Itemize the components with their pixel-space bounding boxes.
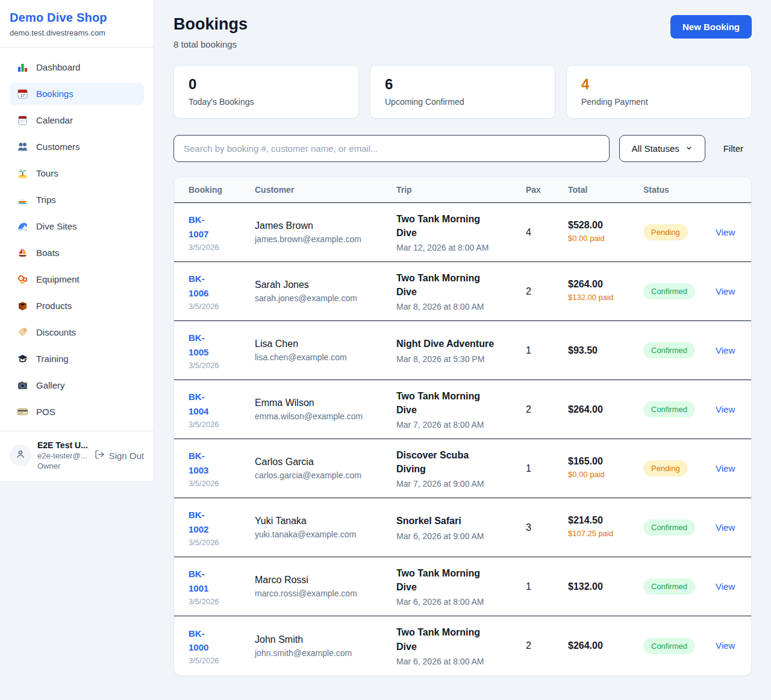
customer-name: Sarah Jones: [255, 280, 396, 290]
booking-date: 3/5/2026: [189, 302, 255, 311]
stat-value: 4: [581, 76, 737, 93]
search-input[interactable]: [173, 135, 610, 162]
view-link[interactable]: View: [716, 640, 735, 651]
view-link[interactable]: View: [716, 463, 735, 473]
view-link[interactable]: View: [716, 522, 735, 533]
status-filter-select[interactable]: All Statuses: [619, 135, 705, 162]
sidebar-item-equipment[interactable]: Equipment: [10, 268, 144, 290]
shop-name: Demo Dive Shop: [10, 11, 144, 25]
trip-datetime: Mar 6, 2026 at 8:00 AM: [396, 597, 526, 607]
view-link[interactable]: View: [716, 345, 735, 355]
sidebar-item-label: Customers: [36, 142, 80, 152]
customer-email: lisa.chen@example.com: [255, 352, 396, 362]
sidebar-item-pos[interactable]: POS: [10, 401, 144, 423]
training-icon: [17, 353, 28, 364]
view-link[interactable]: View: [716, 581, 735, 592]
pax-value: 2: [526, 404, 568, 415]
stat-card: 4Pending Payment: [566, 65, 752, 119]
total-amount: $214.50: [568, 515, 643, 526]
sidebar-item-label: Trips: [36, 195, 56, 205]
trip-name: Discover Scuba Diving: [396, 448, 499, 476]
sidebar-item-dive-sites[interactable]: Dive Sites: [10, 215, 144, 237]
customers-icon: [17, 141, 28, 152]
view-link[interactable]: View: [716, 286, 735, 296]
products-icon: [17, 300, 28, 311]
booking-link[interactable]: BK-1001: [189, 567, 223, 595]
total-amount: $528.00: [568, 220, 643, 231]
user-meta: E2E Test U... e2e-tester@... Owner: [37, 440, 89, 470]
booking-link[interactable]: BK-1000: [189, 627, 223, 655]
trip-name: Two Tank Morning Dive: [396, 271, 499, 299]
table-row: BK-1005 3/5/2026 Lisa Chen lisa.chen@exa…: [174, 321, 751, 380]
sidebar-item-training[interactable]: Training: [10, 348, 144, 370]
booking-date: 3/5/2026: [189, 243, 255, 252]
sidebar-item-customers[interactable]: Customers: [10, 136, 144, 158]
bookings-table: Booking Customer Trip Pax Total Status B…: [173, 177, 752, 676]
pos-icon: [17, 406, 28, 417]
customer-name: Yuki Tanaka: [255, 516, 396, 527]
stat-label: Pending Payment: [581, 97, 737, 107]
filter-controls: All Statuses Filter: [173, 135, 752, 162]
stat-card: 6Upcoming Confirmed: [370, 65, 555, 119]
sidebar-item-calendar[interactable]: Calendar: [10, 109, 144, 131]
booking-link[interactable]: BK-1006: [189, 272, 223, 300]
sidebar-item-gallery[interactable]: Gallery: [10, 374, 144, 396]
stats-row: 0Today's Bookings6Upcoming Confirmed4Pen…: [173, 65, 752, 119]
booking-date: 3/5/2026: [189, 538, 255, 547]
pax-value: 1: [526, 581, 568, 592]
booking-link[interactable]: BK-1007: [189, 213, 223, 241]
customer-email: sarah.jones@example.com: [255, 293, 396, 303]
customer-name: James Brown: [255, 220, 396, 231]
user-email: e2e-tester@...: [37, 451, 89, 460]
status-badge: Confirmed: [643, 283, 695, 299]
gallery-icon: [17, 380, 28, 391]
booking-link[interactable]: BK-1004: [189, 390, 223, 418]
user-name: E2E Test U...: [37, 440, 89, 450]
view-link[interactable]: View: [716, 227, 735, 237]
sidebar-item-label: Boats: [36, 248, 59, 258]
tours-icon: [17, 167, 28, 179]
customer-email: carlos.garcia@example.com: [255, 470, 396, 480]
sidebar-item-boats[interactable]: Boats: [10, 242, 144, 264]
sidebar-item-bookings[interactable]: 17Bookings: [10, 83, 144, 105]
view-link[interactable]: View: [716, 404, 735, 414]
booking-link[interactable]: BK-1005: [189, 331, 223, 359]
booking-link[interactable]: BK-1003: [189, 449, 223, 477]
app-shell: Demo Dive Shop demo.test.divestreams.com…: [0, 0, 771, 700]
sidebar-item-trips[interactable]: Trips: [10, 189, 144, 211]
sidebar-item-tours[interactable]: Tours: [10, 162, 144, 184]
customer-name: Marco Rossi: [255, 575, 396, 586]
booking-date: 3/5/2026: [189, 479, 255, 488]
booking-link[interactable]: BK-1002: [189, 508, 223, 536]
sidebar-item-dashboard[interactable]: Dashboard: [10, 56, 144, 78]
trip-name: Night Dive Adventure: [396, 337, 499, 351]
sidebar-item-label: Equipment: [36, 274, 80, 284]
column-header-trip: Trip: [396, 185, 526, 195]
column-header-booking: Booking: [189, 185, 255, 195]
sidebar-item-discounts[interactable]: Discounts: [10, 321, 144, 343]
column-header-pax: Pax: [526, 185, 568, 195]
user-area: E2E Test U... e2e-tester@... Owner Sign …: [0, 431, 154, 481]
total-amount: $132.00: [568, 581, 643, 592]
sidebar-item-label: Training: [36, 354, 69, 364]
sidebar-item-label: Products: [36, 301, 72, 311]
column-header-status: Status: [643, 185, 716, 195]
table-row: BK-1002 3/5/2026 Yuki Tanaka yuki.tanaka…: [174, 498, 751, 557]
pax-value: 1: [526, 463, 568, 474]
discounts-icon: [17, 327, 28, 338]
dive-sites-icon: [17, 220, 28, 232]
sidebar-item-products[interactable]: Products: [10, 295, 144, 317]
new-booking-button[interactable]: New Booking: [670, 15, 752, 39]
bookings-icon: 17: [17, 88, 28, 99]
sign-out-button[interactable]: Sign Out: [95, 449, 144, 461]
trip-name: Two Tank Morning Dive: [396, 566, 499, 594]
filter-button[interactable]: Filter: [715, 143, 752, 154]
paid-amount: $0.00 paid: [568, 469, 625, 480]
trip-datetime: Mar 12, 2026 at 8:00 AM: [396, 243, 526, 252]
status-badge: Confirmed: [643, 342, 695, 358]
trip-datetime: Mar 7, 2026 at 8:00 AM: [396, 420, 526, 430]
trip-datetime: Mar 6, 2026 at 9:00 AM: [396, 531, 526, 541]
page-header: Bookings 8 total bookings New Booking: [173, 15, 752, 49]
stat-label: Today's Bookings: [189, 97, 344, 107]
total-amount: $264.00: [568, 404, 643, 415]
